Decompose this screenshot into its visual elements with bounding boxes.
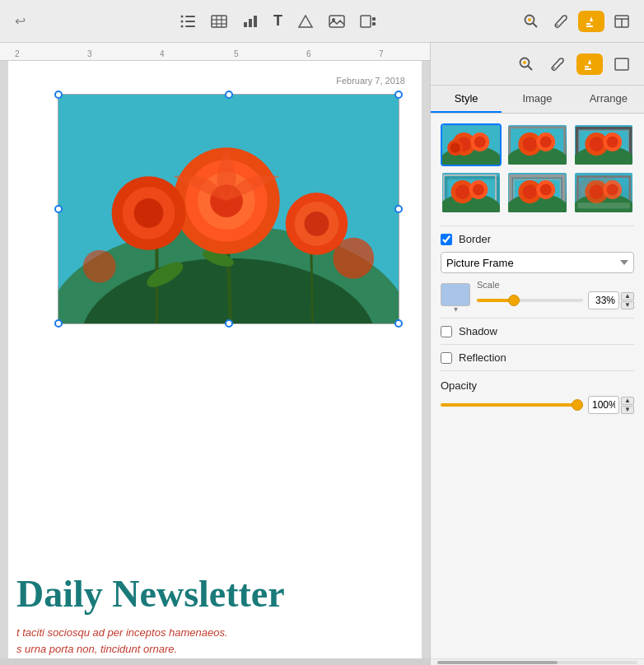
wrench-button[interactable]	[548, 11, 573, 32]
handle-bottom-middle[interactable]	[225, 319, 233, 328]
panel-scrollbar[interactable]	[431, 658, 644, 665]
opacity-stepper-up[interactable]: ▲	[621, 397, 634, 405]
handle-bottom-right[interactable]	[394, 319, 403, 328]
ruler-tick-6: 6	[306, 49, 311, 58]
handle-top-middle[interactable]	[225, 91, 233, 99]
tab-image[interactable]: Image	[502, 86, 572, 113]
panel-search-button[interactable]	[514, 53, 539, 75]
svg-rect-0	[185, 16, 195, 17]
svg-point-21	[528, 18, 531, 21]
svg-point-91	[523, 184, 538, 199]
shape-button[interactable]	[292, 11, 319, 32]
style-thumb-5[interactable]	[506, 171, 567, 214]
handle-middle-left[interactable]	[54, 205, 63, 213]
view-button[interactable]	[609, 12, 634, 31]
search-button[interactable]	[519, 11, 544, 32]
media-button[interactable]	[355, 12, 381, 31]
svg-rect-13	[254, 16, 257, 27]
text-list-button[interactable]	[175, 12, 201, 31]
handle-top-right[interactable]	[394, 91, 403, 99]
style-thumb-2[interactable]	[506, 123, 567, 166]
handle-top-left[interactable]	[54, 91, 63, 99]
opacity-slider[interactable]	[441, 403, 583, 407]
panel-tabs: Style Image Arrange	[431, 86, 644, 114]
ruler-tick-5: 5	[234, 49, 239, 58]
style-thumb-4[interactable]	[441, 171, 502, 214]
ruler-tick-2: 2	[15, 49, 20, 58]
border-row: Border	[441, 233, 634, 245]
svg-rect-54	[615, 58, 628, 70]
opacity-section: Opacity ▲ ▼	[441, 378, 634, 414]
svg-point-69	[540, 136, 552, 147]
handle-bottom-left[interactable]	[54, 319, 63, 328]
scale-stepper: ▲ ▼	[621, 292, 634, 309]
panel-wrench-button[interactable]	[545, 53, 570, 75]
svg-point-4	[181, 20, 184, 22]
opacity-row: ▲ ▼	[441, 396, 634, 414]
scale-slider[interactable]	[477, 299, 583, 302]
style-thumb-6[interactable]	[573, 171, 634, 214]
svg-line-49	[528, 66, 532, 70]
style-thumb-1[interactable]	[441, 123, 502, 166]
svg-point-84	[473, 184, 484, 195]
opacity-value-input[interactable]	[588, 396, 619, 414]
frame-type-select[interactable]: None Line Picture Frame Shadow Frame	[441, 252, 634, 273]
svg-point-77	[606, 136, 618, 147]
handle-middle-right[interactable]	[394, 205, 403, 213]
svg-point-82	[455, 184, 470, 199]
toolbar: ↩	[0, 0, 644, 43]
divider-1	[441, 226, 634, 226]
divider-3	[441, 344, 634, 345]
border-label: Border	[459, 233, 491, 245]
format-button[interactable]	[578, 11, 604, 32]
tab-style[interactable]: Style	[431, 86, 502, 113]
svg-point-51	[553, 67, 555, 68]
opacity-label: Opacity	[441, 379, 477, 392]
border-checkbox[interactable]	[441, 234, 452, 245]
scale-stepper-down[interactable]: ▼	[621, 301, 634, 309]
thumb-svg-3	[575, 125, 632, 165]
reflection-checkbox[interactable]	[441, 352, 452, 364]
thumb-flowers-5	[508, 173, 566, 212]
canvas-scrollbar[interactable]	[0, 658, 430, 665]
svg-point-60	[474, 136, 486, 147]
svg-point-22	[557, 24, 558, 26]
panel-format-button[interactable]	[576, 53, 603, 75]
newsletter-body: t taciti sociosqu ad per inceptos hamena…	[16, 625, 228, 657]
shadow-checkbox[interactable]	[441, 326, 452, 337]
svg-point-47	[83, 250, 116, 283]
svg-rect-14	[329, 16, 344, 27]
border-color-swatch[interactable]	[441, 283, 470, 306]
tab-arrange[interactable]: Arrange	[573, 86, 644, 113]
image-button[interactable]	[324, 12, 350, 31]
shadow-row: Shadow	[441, 325, 634, 337]
thumb-flowers-3	[575, 125, 632, 165]
style-thumb-3[interactable]	[573, 123, 634, 166]
ruler: 2 3 4 5 6 7	[0, 43, 430, 61]
scale-label: Scale	[477, 280, 634, 290]
thumb-svg-4	[442, 173, 500, 212]
ruler-tick-4: 4	[160, 49, 165, 58]
scale-value-input[interactable]	[588, 291, 619, 309]
thumb-svg-2	[508, 125, 566, 165]
svg-point-42	[134, 198, 164, 228]
opacity-stepper-down[interactable]: ▼	[621, 406, 634, 414]
flowers-svg	[58, 95, 399, 323]
svg-rect-1	[185, 21, 195, 22]
scrollbar-track	[437, 661, 637, 664]
thumb-flowers-2	[508, 125, 566, 165]
table-button[interactable]	[206, 12, 232, 31]
scale-stepper-up[interactable]: ▲	[621, 292, 634, 300]
scrollbar-thumb	[437, 661, 558, 664]
selected-image[interactable]	[58, 94, 399, 324]
document-date: February 7, 2018	[336, 76, 405, 86]
svg-point-67	[523, 137, 538, 151]
text-button[interactable]: T	[268, 9, 287, 33]
chart-button[interactable]	[237, 12, 264, 31]
shadow-label: Shadow	[459, 325, 497, 337]
svg-point-5	[181, 25, 184, 27]
newsletter-title: Daily Newsletter	[16, 572, 285, 616]
undo-button[interactable]: ↩	[10, 10, 30, 32]
svg-rect-11	[244, 22, 247, 27]
panel-view-button[interactable]	[609, 54, 634, 74]
